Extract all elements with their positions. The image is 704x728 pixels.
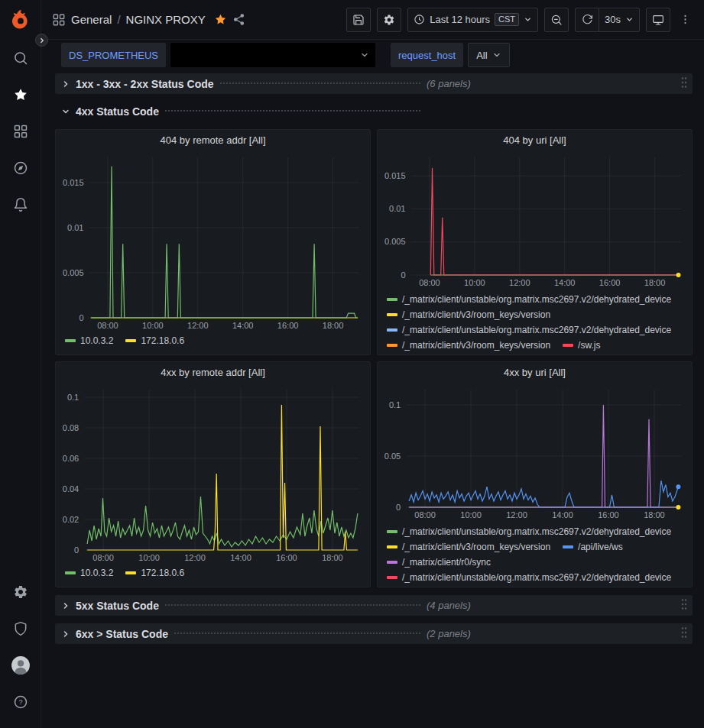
save-icon [352, 14, 365, 26]
row-5xx-status-code[interactable]: 5xx Status Code (4 panels) [55, 595, 693, 616]
legend-item[interactable]: 10.0.3.2 [65, 333, 113, 348]
apps-icon [52, 13, 66, 27]
legend-item[interactable]: /_matrix/client/r0/sync [387, 555, 491, 570]
panel-title[interactable]: 404 by remote addr [All] [56, 130, 370, 151]
legend-item[interactable]: /sw.js [563, 338, 600, 353]
share-icon[interactable] [232, 13, 245, 26]
legend: 10.0.3.2172.18.0.6 [56, 332, 370, 354]
tv-mode-button[interactable] [646, 8, 670, 32]
dotted-leader [220, 83, 420, 84]
row-1xx-3xx-2xx-status-code[interactable]: 1xx - 3xx - 2xx Status Code (6 panels) [55, 73, 693, 94]
svg-text:12:00: 12:00 [506, 510, 527, 519]
sidebar-starred[interactable] [0, 76, 41, 113]
chevron-right-icon [61, 79, 70, 89]
datasource-variable-select[interactable] [170, 43, 375, 67]
legend-item[interactable]: /_matrix/client/unstable/org.matrix.msc2… [387, 570, 671, 585]
series-color-marker [387, 298, 397, 301]
chart-area[interactable]: 08:0010:0012:0014:0016:0018:0000.0050.01… [56, 151, 370, 332]
compass-icon [13, 160, 28, 176]
panel-title[interactable]: 4xx by uri [All] [378, 362, 692, 383]
legend-item[interactable]: /_matrix/client/unstable/org.matrix.msc2… [387, 524, 671, 539]
svg-text:18:00: 18:00 [322, 553, 343, 562]
bell-icon [13, 197, 28, 212]
svg-text:10:00: 10:00 [464, 278, 485, 287]
svg-text:16:00: 16:00 [277, 321, 299, 330]
legend-item[interactable]: 10.0.3.2 [65, 565, 113, 581]
sidebar-explore[interactable] [0, 150, 41, 186]
dotted-leader [165, 604, 420, 606]
legend-item[interactable]: /_matrix/client/v3/room_keys/version [387, 539, 550, 555]
svg-text:0: 0 [401, 270, 405, 280]
svg-text:10:00: 10:00 [142, 321, 164, 330]
sidebar-expand-button[interactable] [35, 34, 48, 47]
sidebar-server-admin[interactable] [0, 610, 41, 647]
dotted-leader [165, 110, 420, 112]
more-options-kebab[interactable] [676, 8, 693, 32]
row-4xx-status-code[interactable]: 4xx Status Code [55, 101, 693, 121]
zoom-out-time-button[interactable] [544, 8, 569, 32]
svg-text:0.015: 0.015 [63, 178, 84, 187]
panel-4xx-by-remote-addr: 4xx by remote addr [All] 08:0010:0012:00… [55, 361, 371, 587]
svg-text:18:00: 18:00 [323, 321, 344, 330]
panel-404-by-uri: 404 by uri [All] 08:0010:0012:0014:0016:… [377, 129, 693, 355]
svg-text:?: ? [18, 698, 22, 706]
sidebar-help[interactable]: ? [0, 684, 41, 720]
sidebar-alerting[interactable] [0, 186, 41, 223]
favorite-star-icon[interactable] [214, 13, 227, 26]
legend-item[interactable]: /_matrix/client/v3/room_keys/version [387, 338, 550, 353]
series-color-marker [387, 576, 397, 579]
svg-text:0.005: 0.005 [63, 268, 84, 277]
series-color-marker [387, 530, 397, 533]
dashboards-grid-icon [13, 124, 28, 139]
time-range-picker[interactable]: Last 12 hours CST [407, 8, 538, 32]
row-drag-handle[interactable] [680, 626, 688, 642]
row-title: 4xx Status Code [76, 105, 159, 118]
panel-title[interactable]: 404 by uri [All] [378, 130, 692, 151]
gear-icon [383, 14, 395, 26]
dotted-leader [174, 633, 420, 634]
legend: 10.0.3.2172.18.0.6 [56, 564, 370, 587]
sidebar-profile[interactable] [0, 647, 41, 684]
series-color-marker [387, 328, 397, 332]
legend-item[interactable]: /_matrix/client/unstable/org.matrix.msc2… [387, 292, 671, 307]
dashboard-canvas: 1xx - 3xx - 2xx Status Code (6 panels) [41, 70, 704, 728]
breadcrumb-section[interactable]: General [71, 13, 112, 26]
refresh-button[interactable] [575, 8, 599, 32]
svg-text:08:00: 08:00 [414, 510, 436, 519]
dashboard-settings-button[interactable] [377, 8, 401, 32]
svg-text:14:00: 14:00 [232, 321, 254, 330]
svg-text:0.015: 0.015 [384, 171, 406, 180]
save-dashboard-button[interactable] [346, 8, 371, 32]
legend: /_matrix/client/unstable/org.matrix.msc2… [378, 521, 692, 587]
sidebar-search[interactable] [0, 40, 41, 76]
row-panel-count: (6 panels) [427, 78, 471, 89]
panel-title[interactable]: 4xx by remote addr [All] [56, 362, 370, 383]
series-color-marker [125, 571, 136, 574]
svg-text:0: 0 [79, 313, 83, 322]
legend-item[interactable]: /_matrix/client/v3/room_keys/version [387, 307, 550, 322]
row-panel-count: (2 panels) [427, 628, 471, 639]
row-drag-handle[interactable] [680, 598, 688, 613]
legend-item[interactable]: /_matrix/client/unstable/org.matrix.msc2… [387, 322, 671, 338]
request-host-variable-select[interactable]: All [468, 43, 509, 67]
legend-item[interactable]: 172.18.0.6 [125, 565, 184, 581]
row-drag-handle[interactable] [680, 76, 688, 92]
svg-text:18:00: 18:00 [644, 278, 666, 287]
legend-item[interactable]: /api/live/ws [563, 539, 623, 555]
grafana-logo[interactable] [9, 8, 32, 31]
legend-item[interactable]: 172.18.0.6 [125, 333, 184, 348]
refresh-interval-dropdown[interactable]: 30s [599, 8, 640, 32]
sidebar: ? [0, 0, 41, 728]
svg-text:12:00: 12:00 [509, 278, 530, 287]
svg-text:16:00: 16:00 [598, 510, 619, 519]
row-6xx-status-code[interactable]: 6xx > Status Code (2 panels) [55, 623, 693, 644]
breadcrumb-separator: / [117, 13, 120, 26]
svg-text:0.1: 0.1 [389, 400, 401, 409]
sidebar-configuration[interactable] [0, 574, 41, 610]
time-range-label: Last 12 hours [430, 14, 490, 25]
chart-area[interactable]: 08:0010:0012:0014:0016:0018:0000.0050.01… [378, 151, 692, 289]
sidebar-dashboards[interactable] [0, 113, 41, 150]
chart-area[interactable]: 08:0010:0012:0014:0016:0018:0000.020.040… [56, 383, 370, 564]
chart-area[interactable]: 08:0010:0012:0014:0016:0018:0000.050.1 [378, 383, 692, 521]
breadcrumb-dashboard-title[interactable]: NGINX PROXY [126, 13, 206, 26]
